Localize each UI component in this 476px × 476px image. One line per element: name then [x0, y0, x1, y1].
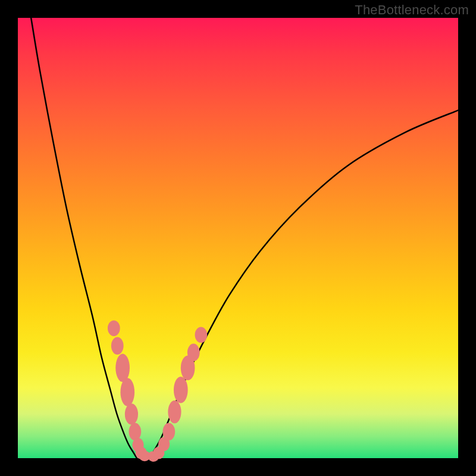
marker-point: [162, 423, 175, 441]
marker-point: [168, 400, 181, 423]
marker-point: [115, 354, 130, 382]
marker-layer: [108, 320, 207, 462]
marker-point: [125, 403, 138, 425]
series-right-curve: [150, 110, 458, 458]
marker-point: [195, 327, 207, 343]
curve-layer: [31, 18, 458, 458]
watermark-text: TheBottleneck.com: [355, 2, 469, 18]
chart-frame: TheBottleneck.com: [0, 0, 476, 476]
chart-svg: [18, 18, 458, 458]
marker-point: [187, 344, 200, 362]
marker-point: [120, 378, 134, 406]
marker-point: [129, 423, 141, 441]
marker-point: [111, 337, 124, 355]
marker-point: [174, 377, 188, 403]
marker-point: [108, 320, 120, 336]
